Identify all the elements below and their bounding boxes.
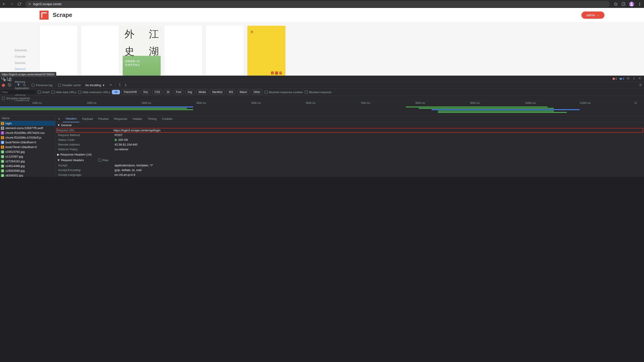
back-button[interactable] <box>2 2 6 6</box>
name-column-header[interactable]: Name <box>0 116 55 121</box>
header-row: Accept-Encoding:gzip, deflate, br, zstd <box>55 168 644 173</box>
img-icon: ▨ <box>1 160 4 163</box>
devtools-tab-sources[interactable]: Sources <box>12 60 47 66</box>
filter-icon[interactable] <box>17 83 20 87</box>
settings-icon[interactable] <box>626 76 630 81</box>
general-section-header[interactable]: ▼General <box>55 122 644 128</box>
filter-pill-media[interactable]: Media <box>196 90 208 94</box>
throttling-select[interactable]: No throttling ▾ <box>84 83 106 87</box>
request-name: book/?limit=18&offset=0 <box>6 145 37 149</box>
request-row[interactable]: {}book/?limit=18&offset=0 <box>0 145 55 149</box>
filter-pill-all[interactable]: All <box>112 90 120 94</box>
request-detail: × HeadersPayloadPreviewResponseInitiator… <box>55 116 644 177</box>
url-text: login3.scrape.center <box>33 2 62 6</box>
detail-close-button[interactable]: × <box>55 117 63 121</box>
raw-checkbox[interactable]: Raw <box>98 159 108 162</box>
request-row[interactable]: ▨s33523792.jpg <box>0 149 55 154</box>
preserve-log-checkbox[interactable]: Preserve log <box>32 83 52 87</box>
request-row[interactable]: {}login <box>0 121 55 126</box>
panel-icon[interactable] <box>622 2 626 6</box>
filter-pill-ws[interactable]: WS <box>226 90 236 94</box>
clear-icon[interactable] <box>8 83 11 87</box>
profile-icon[interactable] <box>629 1 634 6</box>
filter-pill-doc[interactable]: Doc <box>141 90 150 94</box>
devtools-tab-network[interactable]: Network <box>12 66 47 72</box>
filter-pill-font[interactable]: Font <box>174 90 184 94</box>
admin-button[interactable]: admin ⌄ <box>582 11 604 19</box>
request-name: s24514468.jpg <box>6 164 25 168</box>
devtools-tab-console[interactable]: Console <box>12 53 47 60</box>
book-card[interactable]: 外 江 史 湖 武侠改变人生 此书关乎命运 <box>123 26 161 76</box>
wifi-icon[interactable] <box>109 83 112 87</box>
filter-pill-wasm[interactable]: Wasm <box>237 90 250 94</box>
svg-point-11 <box>628 78 629 79</box>
svg-rect-0 <box>622 2 625 6</box>
devtools-tab-elements[interactable]: Elements <box>12 47 47 53</box>
hide-ext-urls-checkbox[interactable]: Hide extension URLs <box>78 90 110 94</box>
reload-button[interactable] <box>18 2 21 6</box>
net-settings-icon[interactable] <box>638 83 642 87</box>
detail-tab-payload[interactable]: Payload <box>79 116 95 122</box>
request-row[interactable]: ▤book?limit=18&offset=0 <box>0 140 55 145</box>
request-name: s27264181.jpg <box>6 160 25 163</box>
third-party-checkbox[interactable]: 3rd-party requests <box>2 97 30 100</box>
detail-tab-initiator[interactable]: Initiator <box>130 116 145 122</box>
response-headers-section-header[interactable]: ▶Response Headers (14) <box>55 152 644 157</box>
filter-pill-js[interactable]: JS <box>164 90 172 94</box>
info-badge[interactable]: 4 <box>619 77 624 80</box>
close-icon[interactable] <box>638 77 641 81</box>
devtools-tabs: ElementsConsoleSourcesNetworkPerformance… <box>0 76 644 82</box>
request-row[interactable]: ▨s24514468.jpg <box>0 164 55 168</box>
img-icon: ▨ <box>1 169 4 173</box>
invert-checkbox[interactable]: Invert <box>38 90 50 94</box>
detail-tab-preview[interactable]: Preview <box>95 116 111 122</box>
filter-pill-manifest[interactable]: Manifest <box>210 90 225 94</box>
detail-tab-timing[interactable]: Timing <box>145 116 159 122</box>
request-row[interactable]: ▨s29053580.jpg <box>0 168 55 173</box>
request-row[interactable]: ▨s6309302.jpg <box>0 173 55 177</box>
detail-tab-response[interactable]: Response <box>112 116 130 122</box>
filter-pill-css[interactable]: CSS <box>152 90 163 94</box>
waterfall-overview[interactable]: 1000 ms2000 ms3000 ms4000 ms5000 ms6000 … <box>0 101 644 116</box>
page-content: Scrape admin ⌄ 外 江 史 湖 武侠改变人生 此书关乎命运 余华著… <box>0 8 644 76</box>
svg-point-17 <box>640 84 641 85</box>
site-settings-icon[interactable]: ⚙ <box>28 2 31 6</box>
filter-pill-fetch-xhr[interactable]: Fetch/XHR <box>121 90 140 94</box>
menu-icon[interactable] <box>638 2 642 6</box>
filter-pill-img[interactable]: Img <box>185 90 195 94</box>
error-badge[interactable]: 2 <box>612 77 617 80</box>
svg-rect-6 <box>2 77 4 79</box>
book-card[interactable]: 余华著 温暖 和百感交集 的旅程 <box>248 26 286 76</box>
js-icon: {} <box>1 136 4 139</box>
upload-icon[interactable] <box>118 83 121 87</box>
devtools: ElementsConsoleSourcesNetworkPerformance… <box>0 76 644 177</box>
book-card[interactable] <box>206 26 244 76</box>
filter-pill-other[interactable]: Other <box>251 90 262 94</box>
header-row: Request URL:https://login3.scrape.center… <box>56 128 643 133</box>
download-icon[interactable] <box>124 83 127 87</box>
disable-cache-checkbox[interactable]: Disable cache <box>58 83 81 87</box>
detail-tab-cookies[interactable]: Cookies <box>159 116 175 122</box>
request-row[interactable]: {}chunk-f52d396c.4f574d24.css <box>0 131 55 135</box>
bookmark-icon[interactable] <box>614 2 618 6</box>
filter-input[interactable] <box>0 90 36 95</box>
header-row: Accept-Language:en-US,en;q=0.9 <box>55 173 644 177</box>
book-card[interactable] <box>164 26 202 76</box>
hide-data-urls-checkbox[interactable]: Hide data URLs <box>52 90 76 94</box>
request-row[interactable]: ▨s27264181.jpg <box>0 159 55 164</box>
request-headers-section-header[interactable]: ▼Request Headers Raw <box>55 157 644 163</box>
record-button[interactable] <box>2 84 5 87</box>
img-icon: ▨ <box>1 165 4 168</box>
request-row[interactable]: Aelement-icons.535877f5.woff <box>0 126 55 131</box>
blocked-cookies-checkbox[interactable]: Blocked response cookies <box>264 90 303 94</box>
blocked-requests-checkbox[interactable]: Blocked requests <box>305 90 332 94</box>
detail-tab-headers[interactable]: Headers <box>63 116 79 122</box>
book-card[interactable] <box>81 26 119 76</box>
more-icon[interactable] <box>632 76 636 81</box>
search-icon[interactable] <box>23 83 26 87</box>
request-row[interactable]: ▨s1120387.jpg <box>0 154 55 159</box>
url-bar[interactable]: ⚙ login3.scrape.center <box>25 1 610 7</box>
logo-group[interactable]: Scrape <box>40 10 72 20</box>
request-row[interactable]: {}chunk-f52d396c.b7026cff.js <box>0 135 55 140</box>
forward-button[interactable] <box>10 2 14 6</box>
